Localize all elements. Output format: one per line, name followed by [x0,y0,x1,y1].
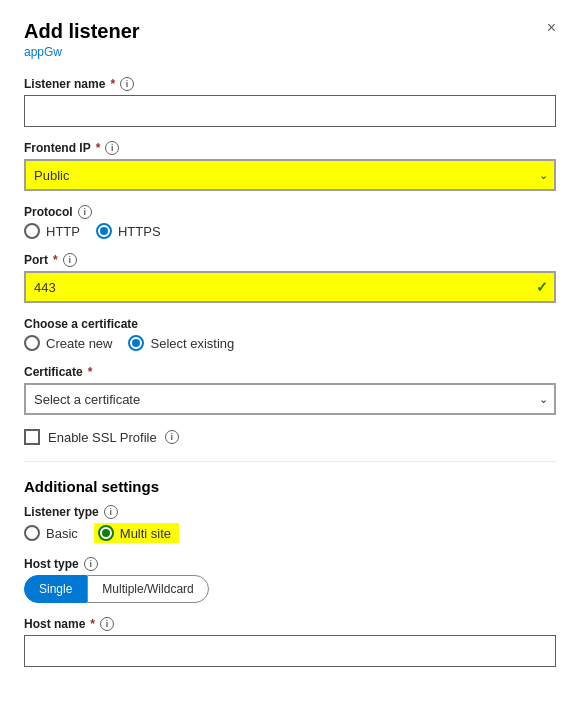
host-type-info-icon[interactable]: i [84,557,98,571]
protocol-label: Protocol i [24,205,556,219]
host-name-label: Host name * i [24,617,556,631]
additional-settings-title: Additional settings [24,478,556,495]
host-type-toggle-group: Single Multiple/Wildcard [24,575,556,603]
listener-multisite-label: Multi site [120,526,171,541]
port-group: Port * i ✓ [24,253,556,303]
panel-header: Add listener × [24,20,556,43]
listener-name-input[interactable] [24,95,556,127]
protocol-http-option[interactable]: HTTP [24,223,80,239]
protocol-http-label: HTTP [46,224,80,239]
listener-type-radio-group: Basic Multi site [24,523,556,543]
host-name-group: Host name * i [24,617,556,667]
certificate-radio-group: Create new Select existing [24,335,556,351]
ssl-profile-label: Enable SSL Profile [48,430,157,445]
port-check-icon: ✓ [536,279,548,295]
port-input-wrapper: ✓ [24,271,556,303]
protocol-info-icon[interactable]: i [78,205,92,219]
add-listener-panel: Add listener × appGw Listener name * i F… [0,0,580,707]
cert-create-new-label: Create new [46,336,112,351]
ssl-profile-checkbox[interactable] [24,429,40,445]
panel-subtitle: appGw [24,45,556,59]
listener-name-group: Listener name * i [24,77,556,127]
ssl-profile-group: Enable SSL Profile i [24,429,556,445]
frontend-ip-group: Frontend IP * i Public Private ⌄ [24,141,556,191]
multisite-wrapper: Multi site [94,523,179,543]
cert-select-existing-label: Select existing [150,336,234,351]
port-label: Port * i [24,253,556,267]
protocol-http-radio[interactable] [24,223,40,239]
frontend-ip-info-icon[interactable]: i [105,141,119,155]
choose-certificate-label: Choose a certificate [24,317,556,331]
required-star-2: * [96,141,101,155]
host-name-input[interactable] [24,635,556,667]
listener-type-label: Listener type i [24,505,556,519]
additional-settings-section: Additional settings Listener type i Basi… [24,478,556,667]
protocol-group: Protocol i HTTP HTTPS [24,205,556,239]
ssl-profile-checkbox-group: Enable SSL Profile i [24,429,556,445]
protocol-https-option[interactable]: HTTPS [96,223,161,239]
protocol-https-radio[interactable] [96,223,112,239]
host-type-label: Host type i [24,557,556,571]
listener-basic-option[interactable]: Basic [24,525,78,541]
panel-title: Add listener [24,20,140,43]
choose-certificate-group: Choose a certificate Create new Select e… [24,317,556,351]
listener-multisite-option[interactable]: Multi site [98,525,171,541]
required-star-4: * [88,365,93,379]
certificate-group: Certificate * Select a certificate ⌄ [24,365,556,415]
required-star: * [110,77,115,91]
host-name-info-icon[interactable]: i [100,617,114,631]
required-star-5: * [90,617,95,631]
port-info-icon[interactable]: i [63,253,77,267]
cert-create-new-option[interactable]: Create new [24,335,112,351]
host-type-group: Host type i Single Multiple/Wildcard [24,557,556,603]
port-input[interactable] [24,271,556,303]
ssl-profile-info-icon[interactable]: i [165,430,179,444]
host-type-single-button[interactable]: Single [24,575,87,603]
cert-create-new-radio[interactable] [24,335,40,351]
frontend-ip-select[interactable]: Public Private [24,159,556,191]
cert-select-existing-option[interactable]: Select existing [128,335,234,351]
frontend-ip-select-wrapper: Public Private ⌄ [24,159,556,191]
certificate-select-wrapper: Select a certificate ⌄ [24,383,556,415]
listener-type-group: Listener type i Basic Multi site [24,505,556,543]
certificate-label: Certificate * [24,365,556,379]
listener-name-info-icon[interactable]: i [120,77,134,91]
cert-select-existing-radio[interactable] [128,335,144,351]
protocol-https-label: HTTPS [118,224,161,239]
close-button[interactable]: × [547,20,556,36]
listener-multisite-radio[interactable] [98,525,114,541]
listener-name-label: Listener name * i [24,77,556,91]
section-divider [24,461,556,462]
listener-type-info-icon[interactable]: i [104,505,118,519]
frontend-ip-label: Frontend IP * i [24,141,556,155]
listener-basic-label: Basic [46,526,78,541]
listener-basic-radio[interactable] [24,525,40,541]
protocol-radio-group: HTTP HTTPS [24,223,556,239]
certificate-select[interactable]: Select a certificate [24,383,556,415]
required-star-3: * [53,253,58,267]
host-type-multiple-button[interactable]: Multiple/Wildcard [87,575,208,603]
